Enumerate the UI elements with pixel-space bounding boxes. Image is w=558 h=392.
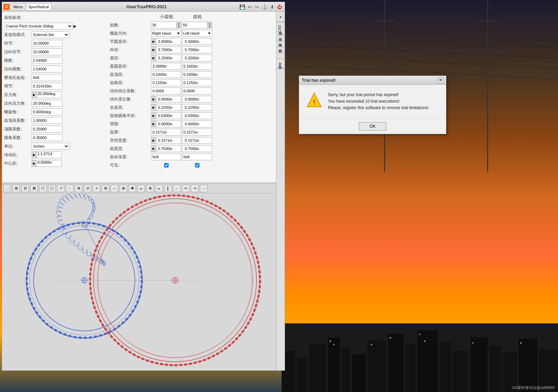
dialog-close-button[interactable]: ✕ bbox=[437, 77, 443, 83]
dialog-line2: You have exceeded 10 trial executions! bbox=[328, 98, 429, 105]
dialog-footer: OK bbox=[299, 118, 446, 134]
dialog-content: ! Sorry, but your trial period has expir… bbox=[299, 85, 446, 118]
dialog-line3: Please, register this software to remove… bbox=[328, 105, 429, 111]
trial-dialog: Trial has expired! ✕ ! Sorry, but your t… bbox=[299, 76, 446, 134]
svg-text:!: ! bbox=[313, 98, 315, 106]
dialog-overlay: Trial has expired! ✕ ! Sorry, but your t… bbox=[0, 0, 558, 392]
dialog-title-bar: Trial has expired! ✕ bbox=[299, 76, 446, 85]
dialog-title-text: Trial has expired! bbox=[302, 78, 336, 83]
dialog-ok-button[interactable]: OK bbox=[359, 122, 386, 130]
dialog-warning-icon: ! bbox=[306, 92, 322, 108]
dialog-message: Sorry, but your trial period has expired… bbox=[328, 92, 429, 112]
dialog-line1: Sorry, but your trial period has expired… bbox=[328, 92, 429, 98]
